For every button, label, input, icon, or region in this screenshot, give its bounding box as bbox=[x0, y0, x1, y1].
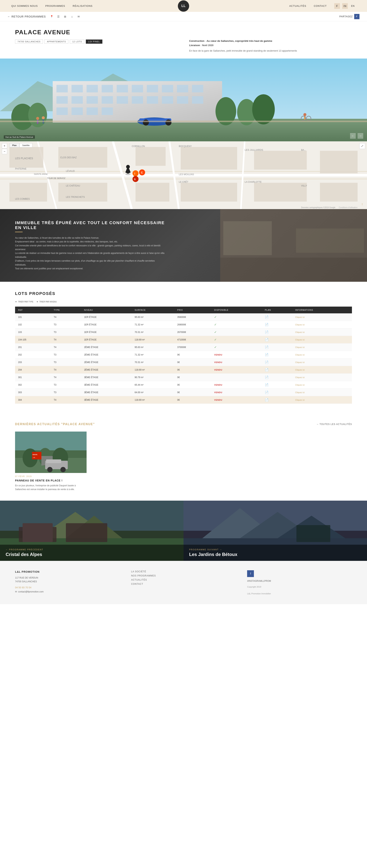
vendu-badge: VENDU bbox=[214, 399, 222, 401]
info-link[interactable]: Cliquez ici bbox=[295, 384, 305, 386]
plan-icon[interactable]: 📄 bbox=[265, 331, 269, 334]
tag-loi-pinel[interactable]: LOI PINEL bbox=[86, 39, 102, 44]
star-icon[interactable]: ✉ bbox=[77, 14, 81, 19]
table-row[interactable]: 204 T4 2ÈME ÉTAGE 118.69 m² 0€ VENDU 📄 C… bbox=[15, 366, 352, 374]
plan-icon[interactable]: 📄 bbox=[265, 323, 269, 326]
plan-icon[interactable]: 📄 bbox=[265, 383, 269, 386]
cell-info[interactable]: Cliquez ici bbox=[292, 374, 352, 381]
cell-info[interactable]: Cliquez ici bbox=[292, 321, 352, 329]
nav-lang[interactable]: EN bbox=[350, 3, 356, 9]
footer-phone[interactable]: 04 50 93 70 54 bbox=[15, 586, 120, 589]
plan-icon[interactable]: 📄 bbox=[265, 345, 269, 349]
table-row[interactable]: 102 T3 1ER ÉTAGE 71.32 m² 269000€ ✓ 📄 Cl… bbox=[15, 321, 352, 329]
lots-table: REF TYPE NIVEAU SURFACE PRIX DISPONIBLE … bbox=[15, 307, 352, 404]
table-row[interactable]: 104-105 T4 1ER ÉTAGE 118.69 m² 471000€ ✓… bbox=[15, 336, 352, 343]
plan-icon[interactable]: 📄 bbox=[265, 391, 269, 394]
cell-info[interactable]: Cliquez ici bbox=[292, 381, 352, 389]
table-row[interactable]: 202 T3 2ÈME ÉTAGE 71.32 m² 0€ VENDU 📄 Cl… bbox=[15, 351, 352, 359]
prev-image-button[interactable]: ← bbox=[350, 133, 356, 139]
info-link[interactable]: Cliquez ici bbox=[295, 361, 305, 364]
info-link[interactable]: Cliquez ici bbox=[295, 399, 305, 401]
footer-link-contact[interactable]: CONTACT bbox=[131, 583, 236, 585]
table-row[interactable]: 201 T4 2ÈME ÉTAGE 95.63 m² 370000€ ✓ 📄 C… bbox=[15, 343, 352, 351]
home-icon[interactable]: ⌂ bbox=[70, 14, 74, 19]
svg-rect-22 bbox=[147, 96, 158, 104]
svg-rect-29 bbox=[102, 107, 113, 115]
svg-text:BOCQUENY: BOCQUENY bbox=[179, 145, 192, 148]
svg-point-36 bbox=[252, 94, 275, 124]
cell-info[interactable]: Cliquez ici bbox=[292, 351, 352, 359]
cell-info[interactable]: Cliquez ici bbox=[292, 313, 352, 321]
filter-type[interactable]: ▼ TRIER PAR TYPE bbox=[15, 301, 33, 303]
grid-icon[interactable]: ⊞ bbox=[63, 14, 67, 19]
nav-contact[interactable]: CONTACT bbox=[314, 4, 327, 7]
cell-niveau: 2ÈME ÉTAGE bbox=[81, 366, 132, 374]
info-link[interactable]: Cliquez ici bbox=[295, 323, 305, 326]
table-row[interactable]: 301 T4 3ÈME ÉTAGE 90.79 m² 0€ 📄 Cliquez … bbox=[15, 374, 352, 381]
footer-link-societe[interactable]: LA SOCIÉTÉ bbox=[131, 570, 236, 573]
cell-info[interactable]: Cliquez ici bbox=[292, 366, 352, 374]
footer-facebook-icon[interactable]: f bbox=[247, 570, 254, 577]
plan-icon[interactable]: 📄 bbox=[265, 361, 269, 364]
cell-info[interactable]: Cliquez ici bbox=[292, 396, 352, 404]
footer-social-col: f #INSTAGRAMLLPROM Copyright 2019 L&L Pr… bbox=[247, 570, 352, 595]
info-link[interactable]: Cliquez ici bbox=[295, 316, 305, 318]
plan-icon[interactable]: 📄 bbox=[265, 398, 269, 401]
nav-realisations[interactable]: RÉALISATIONS bbox=[73, 4, 93, 7]
tag-type[interactable]: APPARTEMENTS bbox=[44, 39, 68, 44]
plan-icon[interactable]: 📄 bbox=[265, 376, 269, 379]
next-programme[interactable]: PROGRAMME SUIVANT → Les Jardins de Bétou… bbox=[183, 501, 367, 561]
filter-niveau[interactable]: ▼ TRIER PAR NIVEAU bbox=[36, 301, 57, 303]
cell-info[interactable]: Cliquez ici bbox=[292, 343, 352, 351]
all-news-link[interactable]: → TOUTES LES ACTUALITÉS bbox=[316, 423, 352, 426]
table-row[interactable]: 304 T4 3ÈME ÉTAGE 118.69 m² 0€ VENDU 📄 C… bbox=[15, 396, 352, 404]
nav-instagram[interactable]: in bbox=[342, 3, 348, 9]
nav-qui-sommes-nous[interactable]: QUI SOMMES NOUS bbox=[11, 4, 38, 7]
next-image-button[interactable]: → bbox=[358, 133, 363, 139]
cell-info[interactable]: Cliquez ici bbox=[292, 359, 352, 366]
facebook-share-icon[interactable]: f bbox=[354, 14, 360, 19]
footer-link-actualites[interactable]: ACTUALITÉS bbox=[131, 579, 236, 581]
zoom-in-button[interactable]: + bbox=[2, 143, 7, 149]
plan-icon[interactable]: 📄 bbox=[265, 315, 269, 319]
footer-credit: L&L Promotion Immobilier bbox=[247, 592, 352, 595]
info-link[interactable]: Cliquez ici bbox=[295, 369, 305, 371]
svg-rect-60 bbox=[135, 183, 170, 202]
map-plan-button[interactable]: Plan bbox=[9, 143, 20, 147]
svg-rect-10 bbox=[117, 85, 128, 92]
table-row[interactable]: 302 T3 3ÈME ÉTAGE 65.44 m² 0€ VENDU 📄 Cl… bbox=[15, 381, 352, 389]
share-button[interactable]: PARTAGEZ f bbox=[339, 14, 360, 19]
plan-icon[interactable]: 📄 bbox=[265, 353, 269, 356]
nav-logo[interactable]: LL bbox=[178, 0, 189, 12]
cell-info[interactable]: Cliquez ici bbox=[292, 336, 352, 343]
cell-info[interactable]: Cliquez ici bbox=[292, 329, 352, 336]
plan-icon[interactable]: 📄 bbox=[265, 338, 269, 341]
info-link[interactable]: Cliquez ici bbox=[295, 339, 305, 341]
footer-link-programmes[interactable]: NOS PROGRAMMES bbox=[131, 575, 236, 577]
zoom-out-button[interactable]: − bbox=[2, 149, 7, 154]
back-button[interactable]: ← RETOUR PROGRAMMES bbox=[7, 15, 46, 18]
tag-location[interactable]: 74700 SALLANCHES bbox=[15, 39, 43, 44]
nav-programmes[interactable]: PROGRAMMES bbox=[45, 4, 65, 7]
footer-email[interactable]: ✉ contact@llpromotion.com bbox=[15, 590, 120, 593]
map-satellite-button[interactable]: Satellite bbox=[20, 143, 32, 147]
hero-content: 74700 SALLANCHES APPARTEMENTS 12 LOTS LO… bbox=[15, 39, 352, 53]
map-icon[interactable]: 📍 bbox=[50, 14, 54, 19]
table-row[interactable]: 101 T4 1ER ÉTAGE 95.63 m² 356000€ ✓ 📄 Cl… bbox=[15, 313, 352, 321]
table-row[interactable]: 103 T3 1ER ÉTAGE 70.31 m² 267000€ ✓ 📄 Cl… bbox=[15, 329, 352, 336]
info-link[interactable]: Cliquez ici bbox=[295, 346, 305, 348]
info-link[interactable]: Cliquez ici bbox=[295, 391, 305, 394]
list-icon[interactable]: ☰ bbox=[56, 14, 60, 19]
table-row[interactable]: 303 T3 3ÈME ÉTAGE 64.00 m² 0€ VENDU 📄 Cl… bbox=[15, 389, 352, 396]
nav-facebook[interactable]: f bbox=[334, 3, 340, 9]
plan-icon[interactable]: 📄 bbox=[265, 368, 269, 371]
svg-text:LES COMBES: LES COMBES bbox=[15, 197, 30, 200]
info-link[interactable]: Cliquez ici bbox=[295, 331, 305, 333]
table-row[interactable]: 203 T3 2ÈME ÉTAGE 70.31 m² 0€ VENDU 📄 Cl… bbox=[15, 359, 352, 366]
cell-info[interactable]: Cliquez ici bbox=[292, 389, 352, 396]
nav-actualites[interactable]: ACTUALITÉS bbox=[289, 4, 306, 7]
prev-programme[interactable]: ← PROGRAMME PRÉCÉDENT Cristal des Alpes bbox=[0, 501, 183, 561]
info-link[interactable]: Cliquez ici bbox=[295, 354, 305, 356]
tag-lots[interactable]: 12 LOTS bbox=[70, 39, 84, 44]
info-link[interactable]: Cliquez ici bbox=[295, 376, 305, 378]
